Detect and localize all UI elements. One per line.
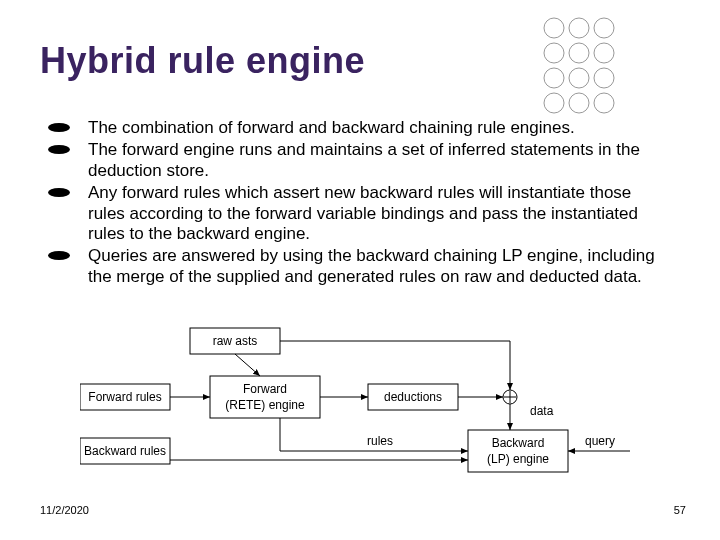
box-backward-rules: Backward rules (84, 444, 166, 458)
box-forward-rules: Forward rules (88, 390, 161, 404)
box-raw-asts: raw asts (213, 334, 258, 348)
svg-point-7 (569, 68, 589, 88)
svg-point-4 (569, 43, 589, 63)
corner-ornament (534, 8, 634, 128)
footer-page-number: 57 (674, 504, 686, 516)
bullet-item: The forward engine runs and maintains a … (48, 140, 658, 181)
svg-point-8 (594, 68, 614, 88)
bullet-icon (48, 123, 70, 132)
bullet-icon (48, 145, 70, 154)
svg-point-11 (594, 93, 614, 113)
bullet-icon (48, 251, 70, 260)
svg-point-3 (544, 43, 564, 63)
svg-point-1 (569, 18, 589, 38)
svg-point-5 (594, 43, 614, 63)
label-query: query (585, 434, 615, 448)
architecture-diagram: raw asts Forward rules Backward rules Fo… (80, 320, 640, 480)
svg-point-10 (569, 93, 589, 113)
bullet-text: The combination of forward and backward … (88, 118, 658, 138)
svg-line-18 (235, 354, 260, 376)
footer-date: 11/2/2020 (40, 504, 89, 516)
box-backward-engine-l2: (LP) engine (487, 452, 549, 466)
bullet-item: Queries are answered by using the backwa… (48, 246, 658, 287)
svg-point-9 (544, 93, 564, 113)
bullet-text: Any forward rules which assert new backw… (88, 183, 658, 244)
bullet-item: Any forward rules which assert new backw… (48, 183, 658, 244)
bullet-icon (48, 188, 70, 197)
box-forward-engine-l1: Forward (243, 382, 287, 396)
bullet-item: The combination of forward and backward … (48, 118, 658, 138)
box-deductions: deductions (384, 390, 442, 404)
label-rules: rules (367, 434, 393, 448)
svg-point-6 (544, 68, 564, 88)
svg-point-0 (544, 18, 564, 38)
bullet-text: Queries are answered by using the backwa… (88, 246, 658, 287)
box-backward-engine-l1: Backward (492, 436, 545, 450)
content-block: The combination of forward and backward … (48, 118, 658, 289)
slide-title: Hybrid rule engine (40, 40, 365, 82)
label-data: data (530, 404, 554, 418)
bullet-text: The forward engine runs and maintains a … (88, 140, 658, 181)
svg-point-2 (594, 18, 614, 38)
box-forward-engine-l2: (RETE) engine (225, 398, 305, 412)
